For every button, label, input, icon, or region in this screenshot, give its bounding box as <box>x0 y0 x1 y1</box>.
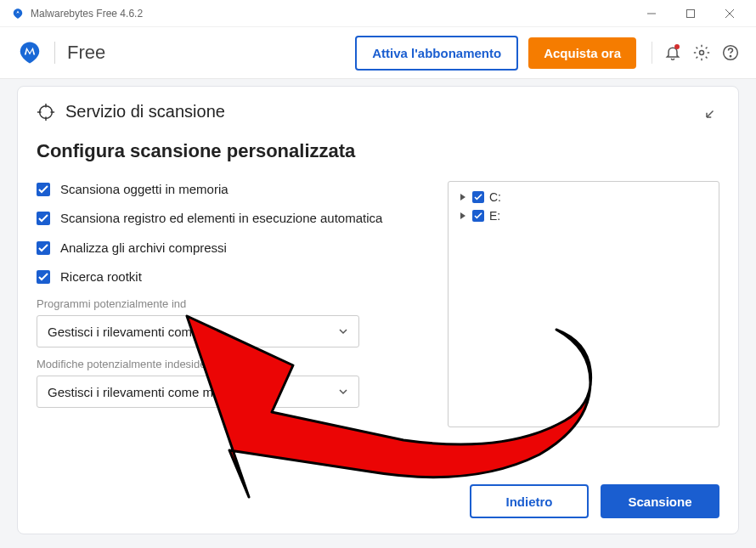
pup-select[interactable]: Gestisci i rilevamenti come m <box>37 315 359 347</box>
svg-point-7 <box>40 105 53 118</box>
window-minimize[interactable] <box>632 0 671 27</box>
notification-badge <box>674 44 680 49</box>
chevron-down-icon <box>338 387 348 397</box>
scan-archives-option: Analizza gli archivi compressi <box>37 240 427 257</box>
caret-right-icon <box>459 193 467 201</box>
window-title: Malwarebytes Free 4.6.2 <box>31 8 632 20</box>
scan-archives-label: Analizza gli archivi compressi <box>60 240 227 257</box>
appbar: Free Attiva l'abbonamento Acquista ora <box>0 27 756 78</box>
window-close[interactable] <box>710 0 749 27</box>
brand-logo-icon <box>17 40 42 65</box>
drives-column: C: E: <box>448 181 719 471</box>
card-title: Servizio di scansione <box>65 102 225 121</box>
expand-icon[interactable] <box>704 105 719 120</box>
svg-point-4 <box>700 51 704 55</box>
drive-e-checkbox[interactable] <box>472 210 484 222</box>
notifications-icon[interactable] <box>664 44 681 61</box>
card-footer: Indietro Scansione <box>37 484 719 518</box>
drive-c-label: C: <box>489 190 501 204</box>
caret-right-icon <box>459 212 467 220</box>
settings-icon[interactable] <box>693 44 710 61</box>
scan-registry-checkbox[interactable] <box>37 212 50 225</box>
scan-registry-label: Scansiona registro ed elementi in esecuz… <box>60 210 382 227</box>
pum-select-value: Gestisci i rilevamenti come malware <box>48 385 251 399</box>
options-column: Scansiona oggetti in memoria Scansiona r… <box>37 181 427 471</box>
drive-c-checkbox[interactable] <box>472 191 484 203</box>
drive-c-row[interactable]: C: <box>459 190 708 204</box>
scan-button[interactable]: Scansione <box>601 484 719 518</box>
svg-point-6 <box>730 56 731 57</box>
back-button[interactable]: Indietro <box>470 484 589 518</box>
main-canvas: Servizio di scansione Configura scansion… <box>0 78 756 548</box>
activate-subscription-button[interactable]: Attiva l'abbonamento <box>355 36 518 71</box>
app-logo-icon <box>12 8 24 20</box>
window-titlebar: Malwarebytes Free 4.6.2 <box>0 0 756 27</box>
crosshair-icon <box>37 103 55 121</box>
scan-rootkits-checkbox[interactable] <box>37 270 50 284</box>
scan-memory-checkbox[interactable] <box>37 183 50 196</box>
appbar-icon-separator <box>652 42 652 64</box>
scan-memory-label: Scansiona oggetti in memoria <box>60 181 228 198</box>
pum-label: Modifiche potenzialmente indesiderate (P <box>37 358 427 370</box>
scan-registry-option: Scansiona registro ed elementi in esecuz… <box>37 210 427 227</box>
pup-label: Programmi potenzialmente ind <box>37 297 427 310</box>
buy-now-button[interactable]: Acquista ora <box>528 37 636 69</box>
svg-rect-1 <box>687 9 695 17</box>
scan-service-card: Servizio di scansione Configura scansion… <box>17 86 739 534</box>
scan-archives-checkbox[interactable] <box>37 241 50 255</box>
help-icon[interactable] <box>722 44 739 61</box>
product-tier: Free <box>67 42 355 64</box>
drive-e-label: E: <box>489 209 500 223</box>
pum-select[interactable]: Gestisci i rilevamenti come malware <box>37 376 359 408</box>
scan-rootkits-label: Ricerca rootkit <box>60 268 142 285</box>
card-header: Servizio di scansione <box>37 102 719 121</box>
pup-select-value: Gestisci i rilevamenti come m <box>48 325 213 339</box>
scan-rootkits-option: Ricerca rootkit <box>37 268 427 285</box>
window-maximize[interactable] <box>671 0 710 27</box>
drive-e-row[interactable]: E: <box>459 209 708 223</box>
chevron-down-icon <box>338 326 348 336</box>
scan-memory-option: Scansiona oggetti in memoria <box>37 181 427 198</box>
section-title: Configura scansione personalizzata <box>37 140 719 162</box>
appbar-separator <box>54 42 55 64</box>
drive-tree[interactable]: C: E: <box>448 181 719 427</box>
